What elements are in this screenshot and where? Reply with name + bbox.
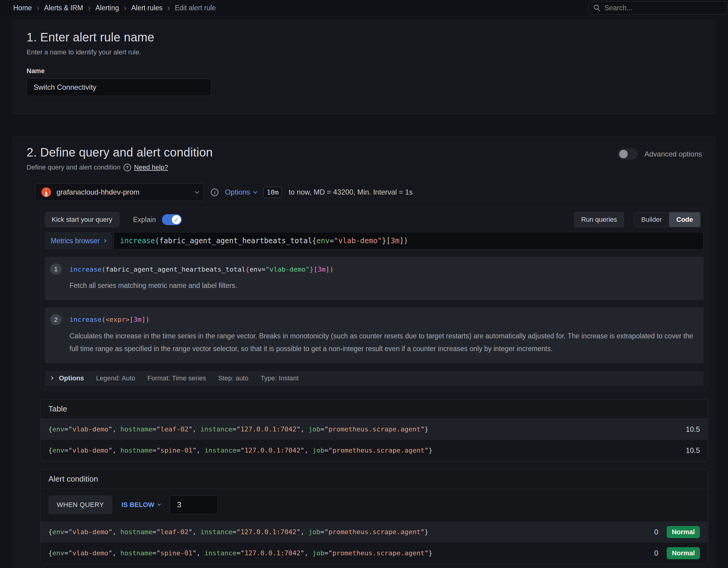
query-input-row: Metrics browser increase(fabric_agent_ag…	[45, 232, 704, 250]
explain-step-1: 1 increase(fabric_agent_agent_heartbeats…	[45, 257, 704, 300]
time-range-summary: to now, MD = 43200, Min. Interval = 1s	[288, 188, 413, 196]
builder-code-switch: Builder Code	[634, 212, 701, 227]
table-row: {env="vlab-demo", hostname="leaf-02", in…	[40, 419, 708, 440]
step-number-badge: 1	[50, 263, 62, 275]
alert-state-badge: Normal	[667, 526, 700, 538]
series-labels: {env="vlab-demo", hostname="leaf-02", in…	[48, 528, 654, 536]
condition-operator-dropdown[interactable]: IS BELOW	[121, 501, 160, 509]
query-toolbar: Kick start your query Explain ✓ Run quer…	[45, 212, 704, 227]
step-number-badge: 2	[50, 314, 62, 325]
kick-start-query-button[interactable]: Kick start your query	[45, 212, 119, 227]
advanced-options-toggle[interactable]	[618, 149, 638, 160]
step2-title: 2. Define query and alert condition	[27, 146, 213, 159]
toggle-knob: ✓	[172, 215, 181, 224]
series-value: 10.5	[686, 425, 700, 434]
table-result-panel: Table {env="vlab-demo", hostname="leaf-0…	[40, 399, 708, 461]
metrics-browser-button[interactable]: Metrics browser	[45, 232, 112, 250]
query-options-row: Options Legend: Auto Format: Time series…	[45, 371, 704, 386]
chevron-down-icon	[157, 502, 161, 505]
series-value: 10.5	[686, 446, 700, 455]
alert-rule-name-input[interactable]	[27, 79, 211, 96]
metrics-browser-label: Metrics browser	[51, 237, 100, 245]
alert-instance-row: {env="vlab-demo", hostname="leaf-02", in…	[40, 521, 708, 543]
info-icon: i	[211, 189, 218, 196]
threshold-input[interactable]	[169, 495, 218, 514]
explain-step-2: 2 increase(<expr>[3m]) Calculates the in…	[45, 307, 704, 363]
query-header-row: grafanacloud-hhdev-prom i Options 10m to…	[35, 183, 708, 201]
chevron-down-icon	[195, 189, 199, 193]
builder-mode-option[interactable]: Builder	[634, 212, 669, 227]
series-labels: {env="vlab-demo", hostname="leaf-02", in…	[48, 425, 686, 433]
datasource-picker[interactable]: grafanacloud-hhdev-prom	[35, 183, 204, 201]
breadcrumb-current-page: Edit alert rule	[175, 4, 216, 12]
breadcrumb-alerting[interactable]: Alerting	[95, 4, 119, 12]
time-range-chip[interactable]: 10m	[263, 187, 282, 198]
advanced-options-label: Advanced options	[644, 150, 702, 158]
breadcrumb-alert-rules[interactable]: Alert rules	[131, 4, 163, 12]
datasource-name: grafanacloud-hhdev-prom	[56, 188, 191, 196]
breadcrumb-home[interactable]: Home	[13, 4, 32, 12]
when-query-selector[interactable]: WHEN QUERY	[48, 495, 112, 514]
name-field-label: Name	[27, 67, 701, 75]
explain-step-1-code: increase(fabric_agent_agent_heartbeats_t…	[69, 263, 695, 275]
step-summary: Step: auto	[218, 374, 248, 382]
options-expander-label: Options	[59, 374, 84, 382]
run-queries-button[interactable]: Run queries	[574, 212, 624, 227]
alert-condition-panel: Alert condition WHEN QUERY IS BELOW {env…	[40, 469, 708, 564]
step2-subtitle: Define query and alert condition ? Need …	[27, 163, 213, 171]
query-options-dropdown[interactable]: Options	[225, 188, 257, 196]
prometheus-icon	[41, 187, 52, 198]
alert-state-badge: Normal	[667, 547, 700, 559]
explain-step-2-code: increase(<expr>[3m])	[69, 314, 695, 325]
toggle-knob	[619, 150, 628, 158]
chevron-right-icon	[103, 239, 106, 242]
step2-subtitle-text: Define query and alert condition	[27, 163, 121, 171]
top-nav-bar: Home › Alerts & IRM › Alerting › Alert r…	[0, 0, 728, 16]
global-search[interactable]	[588, 1, 728, 15]
type-summary: Type: Instant	[260, 374, 298, 382]
options-expander[interactable]: Options	[50, 374, 84, 382]
breadcrumb-alerts-irm[interactable]: Alerts & IRM	[44, 4, 83, 12]
query-editor-card: Kick start your query Explain ✓ Run quer…	[40, 208, 708, 390]
step1-subtitle-text: Enter a name to identify your alert rule…	[27, 48, 141, 56]
alert-instance-value: 0	[654, 528, 658, 536]
explain-toggle[interactable]: ✓	[162, 214, 182, 225]
explain-step-2-description: Calculates the increase in the time seri…	[69, 330, 695, 355]
step1-panel: 1. Enter alert rule name Enter a name to…	[13, 20, 715, 114]
search-input[interactable]	[604, 4, 723, 12]
breadcrumb-separator: ›	[37, 4, 39, 12]
alert-instance-row: {env="vlab-demo", hostname="spine-01", i…	[40, 543, 708, 564]
condition-operator-label: IS BELOW	[121, 501, 154, 509]
step2-panel: 2. Define query and alert condition Defi…	[13, 136, 715, 568]
legend-summary: Legend: Auto	[96, 374, 135, 382]
query-options-label: Options	[225, 188, 250, 196]
code-mode-option[interactable]: Code	[669, 212, 700, 227]
alert-instance-value: 0	[654, 549, 658, 557]
table-row: {env="vlab-demo", hostname="spine-01", i…	[40, 440, 708, 461]
table-panel-title: Table	[40, 399, 708, 419]
format-summary: Format: Time series	[147, 374, 206, 382]
step1-subtitle: Enter a name to identify your alert rule…	[27, 48, 701, 56]
need-help-link[interactable]: Need help?	[134, 163, 168, 171]
series-labels: {env="vlab-demo", hostname="spine-01", i…	[48, 447, 686, 454]
breadcrumb-separator: ›	[167, 4, 170, 12]
question-circle-icon: ?	[124, 164, 131, 171]
breadcrumb-separator: ›	[88, 4, 91, 12]
promql-code-input[interactable]: increase(fabric_agent_agent_heartbeats_t…	[114, 232, 704, 250]
explain-label: Explain	[133, 216, 156, 224]
chevron-right-icon	[50, 376, 53, 380]
search-icon	[593, 4, 601, 12]
grafana-edit-alert-rule-page: Home › Alerts & IRM › Alerting › Alert r…	[0, 0, 728, 568]
chevron-down-icon	[253, 189, 257, 193]
step1-title: 1. Enter alert rule name	[27, 31, 701, 44]
explain-step-1-description: Fetch all series matching metric name an…	[69, 279, 695, 292]
alert-condition-title: Alert condition	[40, 470, 708, 489]
series-labels: {env="vlab-demo", hostname="spine-01", i…	[48, 549, 654, 557]
alert-condition-controls: WHEN QUERY IS BELOW	[40, 489, 708, 521]
breadcrumb-separator: ›	[124, 4, 127, 12]
breadcrumb: Home › Alerts & IRM › Alerting › Alert r…	[13, 4, 216, 12]
